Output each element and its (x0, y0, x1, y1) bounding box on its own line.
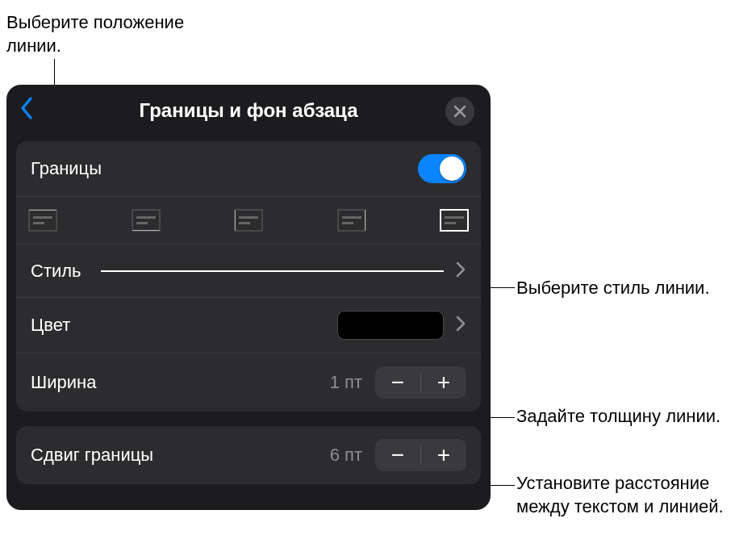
svg-rect-11 (239, 222, 250, 224)
svg-rect-10 (239, 216, 258, 219)
border-left-button[interactable] (233, 208, 264, 232)
svg-rect-5 (132, 210, 160, 231)
chevron-right-icon (455, 316, 466, 335)
color-row[interactable]: Цвет (16, 298, 481, 353)
width-increase-button[interactable]: + (421, 366, 466, 399)
svg-rect-16 (441, 210, 468, 231)
chevron-right-icon (455, 261, 466, 281)
svg-rect-17 (445, 216, 464, 219)
width-value: 1 пт (330, 372, 362, 393)
offset-increase-button[interactable]: + (421, 439, 466, 471)
svg-rect-13 (338, 210, 365, 231)
border-position-row (16, 197, 481, 245)
svg-rect-7 (136, 222, 148, 224)
callout-line-offset: Установите расстояние между текстом и ли… (516, 472, 750, 518)
borders-group: Границы Стиль (16, 141, 481, 412)
offset-decrease-button[interactable]: − (375, 439, 420, 471)
callout-line-width: Задайте толщину линии. (516, 405, 742, 428)
width-label: Ширина (31, 372, 96, 393)
border-right-button[interactable] (336, 208, 367, 232)
border-all-button[interactable] (439, 208, 470, 232)
width-row: Ширина 1 пт − + (16, 353, 481, 412)
borders-panel: Границы и фон абзаца Границы (6, 85, 491, 510)
svg-rect-18 (445, 222, 456, 224)
close-icon (453, 105, 466, 118)
border-bottom-button[interactable] (131, 208, 161, 232)
offset-label: Сдвиг границы (31, 445, 153, 466)
borders-toggle[interactable] (418, 154, 466, 183)
toggle-knob (440, 157, 464, 181)
style-row[interactable]: Стиль (16, 245, 481, 298)
color-swatch[interactable] (337, 311, 444, 340)
borders-label: Границы (31, 158, 102, 179)
svg-rect-15 (342, 222, 353, 224)
back-button[interactable] (19, 96, 44, 123)
callout-line-position: Выберите положение линии. (6, 11, 232, 57)
offset-stepper: − + (375, 439, 466, 471)
svg-rect-14 (342, 216, 361, 219)
callout-line-style: Выберите стиль линии. (516, 277, 726, 300)
offset-row: Сдвиг границы 6 пт − + (16, 426, 481, 484)
style-label: Стиль (31, 261, 81, 282)
panel-header: Границы и фон абзаца (6, 85, 491, 136)
svg-rect-6 (136, 216, 156, 219)
borders-toggle-row: Границы (16, 141, 481, 197)
svg-rect-3 (33, 222, 44, 224)
color-label: Цвет (31, 315, 70, 336)
offset-value: 6 пт (330, 445, 362, 466)
border-top-button[interactable] (27, 208, 58, 232)
svg-rect-2 (33, 216, 52, 219)
svg-rect-9 (235, 210, 262, 231)
width-decrease-button[interactable]: − (375, 366, 420, 399)
style-preview-line (101, 270, 444, 272)
chevron-left-icon (19, 96, 36, 120)
close-button[interactable] (445, 97, 474, 126)
svg-rect-1 (29, 210, 56, 231)
width-stepper: − + (375, 366, 466, 399)
panel-title: Границы и фон абзаца (139, 99, 357, 122)
offset-group: Сдвиг границы 6 пт − + (16, 426, 481, 484)
